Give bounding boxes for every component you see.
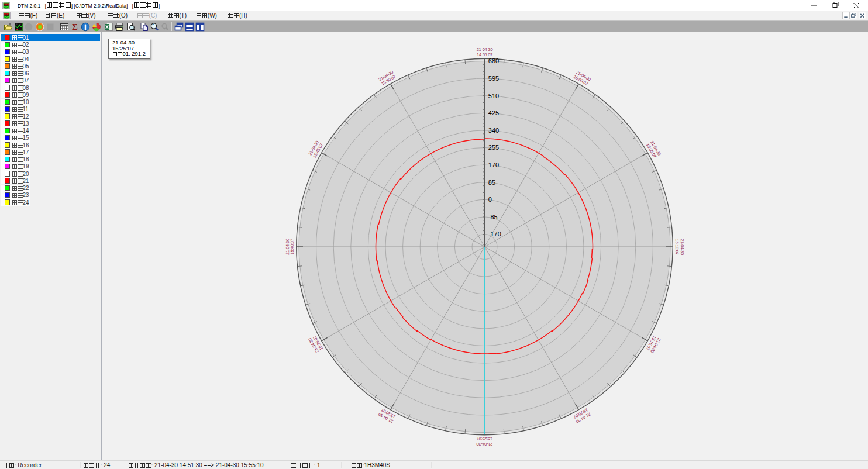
svg-text:510: 510 (488, 92, 499, 99)
svg-text:21-04-3015:35:07: 21-04-3015:35:07 (307, 334, 324, 354)
svg-text:Σ: Σ (72, 22, 78, 32)
svg-text:0: 0 (488, 196, 492, 203)
svg-text:21-04-3015:10:07: 21-04-3015:10:07 (674, 239, 685, 255)
svg-text:21-04-3015:15:07: 21-04-3015:15:07 (645, 334, 662, 354)
svg-text:21-04-3015:40:07: 21-04-3015:40:07 (285, 239, 295, 255)
svg-text:340: 340 (488, 127, 499, 134)
svg-text:255: 255 (488, 144, 499, 151)
svg-text:-170: -170 (488, 230, 501, 237)
svg-text:21-04-3015:20:07: 21-04-3015:20:07 (573, 407, 592, 424)
svg-text:-85: -85 (488, 213, 498, 220)
svg-text:21-04-3015:45:07: 21-04-3015:45:07 (307, 140, 324, 159)
svg-text:85: 85 (488, 179, 495, 186)
svg-text:595: 595 (488, 75, 499, 82)
svg-text:680: 680 (488, 57, 499, 64)
svg-text:21-04-3015:25:07: 21-04-3015:25:07 (477, 436, 493, 447)
svg-text:21-04-3015:50:07: 21-04-3015:50:07 (378, 70, 397, 87)
svg-text:425: 425 (488, 109, 499, 116)
svg-text:21-04-3015:30:07: 21-04-3015:30:07 (377, 407, 397, 424)
svg-text:21-04-3014:55:07: 21-04-3014:55:07 (477, 47, 493, 57)
svg-text:21-04-3015:05:07: 21-04-3015:05:07 (645, 140, 662, 159)
svg-text:170: 170 (488, 161, 499, 168)
svg-text:21-04-3015:00:07: 21-04-3015:00:07 (573, 70, 592, 87)
